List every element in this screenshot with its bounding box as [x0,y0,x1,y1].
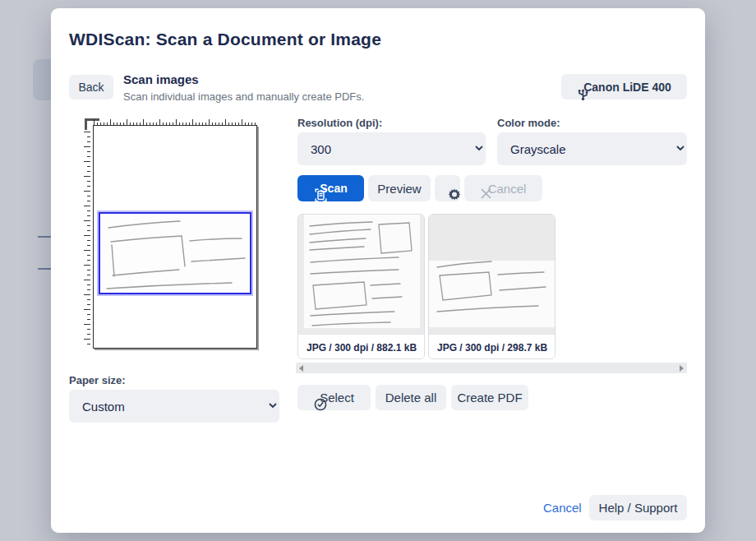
section-subtitle: Scan individual images and manually crea… [123,90,364,103]
select-button[interactable]: Select [297,385,371,410]
back-button-label: Back [78,81,104,94]
resolution-label: Resolution (dpi): [297,117,382,129]
back-button[interactable]: Back [69,75,113,99]
scanned-image-card[interactable]: JPG / 300 dpi / 882.1 kB [297,214,425,359]
help-support-label: Help / Support [599,501,678,515]
scanned-image-card[interactable]: JPG / 300 dpi / 298.7 kB [428,214,555,359]
delete-all-label: Delete all [385,391,437,405]
create-pdf-label: Create PDF [457,391,522,405]
paper-size-value: Custom [82,400,125,414]
preview-button-label: Preview [377,182,421,196]
scroll-left-icon[interactable] [299,365,303,372]
color-mode-value: Grayscale [510,142,566,156]
scanned-image-thumbnail [298,215,424,334]
background-divider [38,236,51,238]
cancel-scan-label: Cancel [488,182,527,196]
dialog-title: WDIScan: Scan a Document or Image [69,30,381,49]
scan-selection-region[interactable] [99,212,251,294]
thumbnails-scrollbar[interactable] [296,363,687,373]
scan-dialog: WDIScan: Scan a Document or Image Back S… [51,8,705,533]
paper-size-label: Paper size: [69,374,126,386]
color-mode-label: Color mode: [497,117,560,129]
color-mode-select[interactable]: Grayscale [497,132,687,165]
scan-button[interactable]: Scan [297,175,364,201]
preview-button[interactable]: Preview [368,175,431,201]
selection-sketch [100,214,250,293]
settings-button[interactable] [435,175,460,201]
scanner-device-label: Canon LiDE 400 [583,81,671,94]
help-support-button[interactable]: Help / Support [589,495,687,520]
scanned-image-thumbnail [429,215,555,334]
ruler-left-major [84,132,90,347]
background-divider [38,268,51,270]
resolution-value: 300 [311,142,331,156]
scroll-right-icon[interactable] [680,365,684,372]
resolution-select[interactable]: 300 [297,132,486,165]
section-title: Scan images [123,72,199,86]
scanned-image-caption: JPG / 300 dpi / 882.1 kB [298,334,424,359]
dialog-cancel-link[interactable]: Cancel [543,501,582,515]
paper-size-select[interactable]: Custom [69,390,279,423]
cancel-scan-button: Cancel [464,175,542,201]
scanner-device-button[interactable]: Canon LiDE 400 [561,74,687,99]
create-pdf-button[interactable]: Create PDF [451,385,528,410]
scanned-image-caption: JPG / 300 dpi / 298.7 kB [429,334,555,359]
delete-all-button[interactable]: Delete all [376,385,446,410]
